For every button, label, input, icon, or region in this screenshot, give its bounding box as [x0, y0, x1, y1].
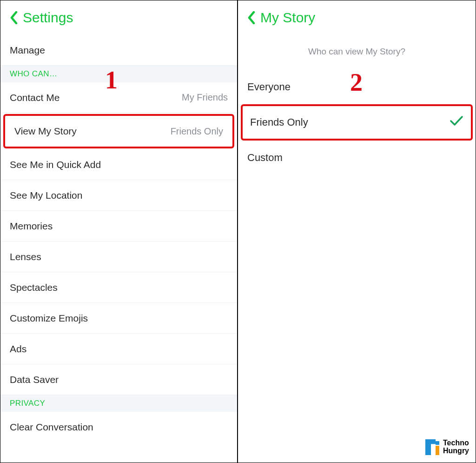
row-ads[interactable]: Ads [0, 334, 237, 364]
option-label: Friends Only [250, 116, 308, 128]
row-label: Manage [10, 45, 45, 56]
row-clear-conversation[interactable]: Clear Conversation [0, 412, 237, 443]
row-label: Data Saver [10, 374, 59, 385]
row-lenses[interactable]: Lenses [0, 242, 237, 272]
row-view-my-story[interactable]: View My Story Friends Only [5, 116, 232, 147]
row-contact-me[interactable]: Contact Me My Friends [0, 82, 237, 113]
row-label: Customize Emojis [10, 313, 88, 324]
row-label: Spectacles [10, 282, 58, 293]
option-label: Custom [247, 152, 283, 164]
watermark-logo-icon [425, 439, 439, 455]
row-value: Friends Only [171, 126, 223, 137]
option-custom[interactable]: Custom [238, 141, 476, 174]
row-label: Lenses [10, 251, 41, 262]
page-title: My Story [260, 10, 315, 26]
row-label: View My Story [14, 126, 77, 137]
watermark-text: Techno Hungry [443, 439, 469, 455]
prompt-text: Who can view My Story? [238, 35, 476, 71]
row-customize-emojis[interactable]: Customize Emojis [0, 303, 237, 334]
row-value: My Friends [182, 92, 228, 103]
checkmark-icon [450, 115, 463, 129]
back-icon[interactable] [247, 11, 256, 24]
row-label: Memories [10, 221, 53, 232]
settings-header: Settings [0, 0, 237, 35]
page-title: Settings [23, 10, 73, 26]
row-memories[interactable]: Memories [0, 211, 237, 242]
row-see-my-location[interactable]: See My Location [0, 180, 237, 211]
row-label: See Me in Quick Add [10, 159, 101, 170]
row-data-saver[interactable]: Data Saver [0, 364, 237, 395]
row-see-me-quick-add[interactable]: See Me in Quick Add [0, 149, 237, 180]
my-story-pane: 2 My Story Who can view My Story? Everyo… [238, 0, 476, 463]
row-spectacles[interactable]: Spectacles [0, 272, 237, 303]
option-friends-only[interactable]: Friends Only [243, 106, 471, 139]
option-everyone[interactable]: Everyone [238, 71, 476, 103]
row-label: Contact Me [10, 92, 60, 103]
watermark: Techno Hungry [425, 439, 469, 455]
section-privacy: PRIVACY [0, 395, 237, 412]
back-icon[interactable] [10, 11, 18, 24]
row-label: Clear Conversation [10, 422, 93, 433]
section-who-can: WHO CAN… [0, 66, 237, 82]
highlight-friends-only: Friends Only [241, 104, 473, 141]
highlight-view-my-story: View My Story Friends Only [3, 114, 234, 148]
settings-pane: 1 Settings Manage WHO CAN… Contact Me My… [0, 0, 238, 463]
my-story-header: My Story [238, 0, 476, 35]
option-label: Everyone [247, 81, 291, 93]
row-manage[interactable]: Manage [0, 35, 237, 66]
row-label: See My Location [10, 190, 82, 201]
watermark-line1: Techno [443, 439, 469, 447]
watermark-line2: Hungry [443, 447, 469, 455]
row-label: Ads [10, 343, 26, 355]
